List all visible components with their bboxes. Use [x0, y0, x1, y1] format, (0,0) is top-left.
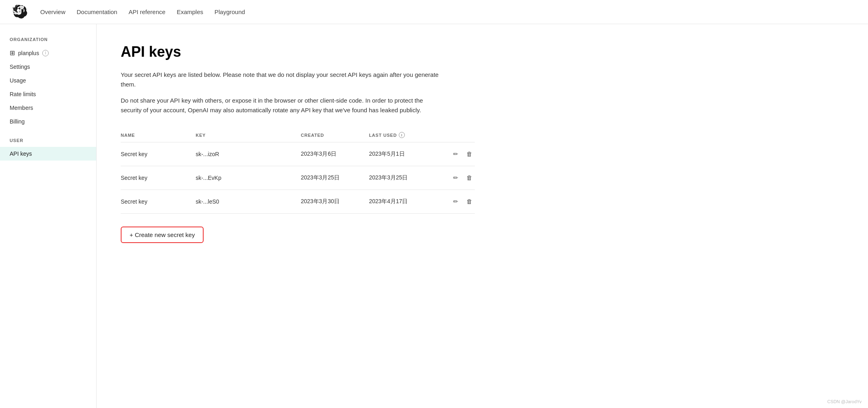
layout: ORGANIZATION ⊞ planplus i Settings Usage…	[0, 24, 868, 408]
row-key-0: sk-...izoR	[196, 142, 301, 166]
last-used-label: LAST USED	[369, 133, 397, 138]
nav-link-examples[interactable]: Examples	[177, 8, 203, 15]
sidebar-item-usage[interactable]: Usage	[0, 74, 96, 87]
sidebar-item-members[interactable]: Members	[0, 101, 96, 115]
org-name: planplus	[18, 50, 39, 56]
openai-logo	[13, 5, 27, 19]
edit-key-button-1[interactable]: ✏	[451, 173, 461, 183]
sidebar-item-api-keys[interactable]: API keys	[0, 147, 96, 161]
row-lastused-2: 2023年4月17日	[369, 190, 444, 214]
sidebar: ORGANIZATION ⊞ planplus i Settings Usage…	[0, 24, 97, 408]
last-used-info-icon[interactable]: i	[399, 132, 405, 138]
api-keys-table: NAME KEY CREATED LAST USED i Secret key …	[121, 128, 475, 214]
edit-key-button-2[interactable]: ✏	[451, 196, 461, 207]
row-lastused-1: 2023年3月25日	[369, 166, 444, 190]
th-last-used: LAST USED i	[369, 128, 444, 142]
row-name-0: Secret key	[121, 142, 196, 166]
th-actions	[444, 128, 475, 142]
table-row: Secret key sk-...izoR 2023年3月6日 2023年5月1…	[121, 142, 475, 166]
row-name-2: Secret key	[121, 190, 196, 214]
row-actions-2: ✏ 🗑	[444, 190, 475, 214]
row-lastused-0: 2023年5月1日	[369, 142, 444, 166]
row-key-1: sk-...EvKp	[196, 166, 301, 190]
th-key: KEY	[196, 128, 301, 142]
description-1: Your secret API keys are listed below. P…	[121, 70, 443, 89]
main-content: API keys Your secret API keys are listed…	[97, 24, 499, 408]
edit-key-button-0[interactable]: ✏	[451, 149, 461, 159]
row-actions-1: ✏ 🗑	[444, 166, 475, 190]
nav-link-api-reference[interactable]: API reference	[128, 8, 165, 15]
table-row: Secret key sk-...EvKp 2023年3月25日 2023年3月…	[121, 166, 475, 190]
th-name: NAME	[121, 128, 196, 142]
org-info-icon[interactable]: i	[42, 50, 49, 56]
table-row: Secret key sk-...leS0 2023年3月30日 2023年4月…	[121, 190, 475, 214]
nav-link-overview[interactable]: Overview	[40, 8, 66, 15]
delete-key-button-0[interactable]: 🗑	[464, 149, 475, 159]
row-created-1: 2023年3月25日	[301, 166, 369, 190]
sidebar-item-settings[interactable]: Settings	[0, 60, 96, 74]
nav-links: Overview Documentation API reference Exa…	[40, 8, 245, 15]
sidebar-item-billing[interactable]: Billing	[0, 115, 96, 128]
org-item[interactable]: ⊞ planplus i	[0, 46, 96, 60]
description-2: Do not share your API key with others, o…	[121, 96, 443, 115]
delete-key-button-2[interactable]: 🗑	[464, 196, 475, 206]
row-created-2: 2023年3月30日	[301, 190, 369, 214]
nav-link-documentation[interactable]: Documentation	[77, 8, 118, 15]
delete-key-button-1[interactable]: 🗑	[464, 173, 475, 183]
row-name-1: Secret key	[121, 166, 196, 190]
th-created: CREATED	[301, 128, 369, 142]
nav-link-playground[interactable]: Playground	[214, 8, 245, 15]
row-key-2: sk-...leS0	[196, 190, 301, 214]
top-nav: Overview Documentation API reference Exa…	[0, 0, 868, 24]
watermark: CSDN @JarodYv	[827, 399, 862, 404]
page-title: API keys	[121, 43, 475, 60]
user-section-label: USER	[0, 138, 96, 147]
org-icon: ⊞	[10, 49, 15, 57]
sidebar-item-rate-limits[interactable]: Rate limits	[0, 87, 96, 101]
org-section-label: ORGANIZATION	[0, 37, 96, 46]
create-secret-key-button[interactable]: + Create new secret key	[121, 227, 204, 243]
row-created-0: 2023年3月6日	[301, 142, 369, 166]
row-actions-0: ✏ 🗑	[444, 142, 475, 166]
